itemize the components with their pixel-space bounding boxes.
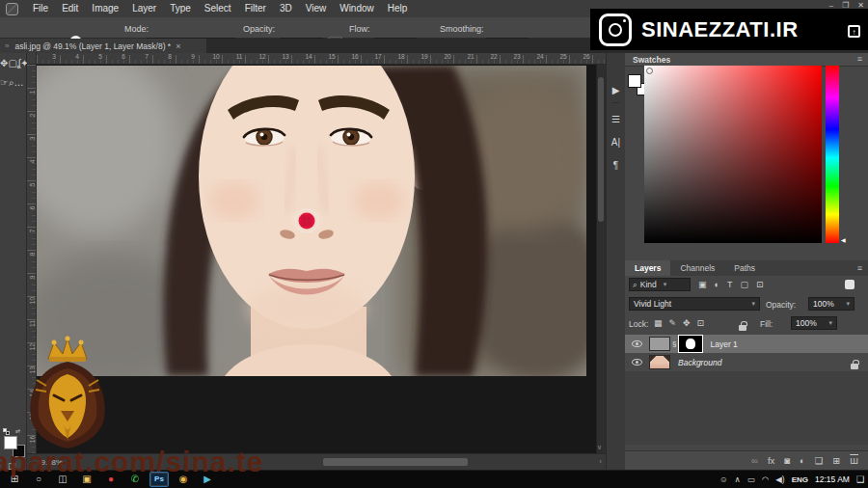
adjustment-layer-filter-icon[interactable]: ◐ xyxy=(715,279,719,291)
color-field-marker[interactable] xyxy=(646,68,653,74)
layer-style-icon[interactable]: fx xyxy=(768,455,774,466)
menu-select[interactable]: Select xyxy=(198,0,238,17)
instagram-icon xyxy=(599,14,632,46)
menu-filter[interactable]: Filter xyxy=(238,0,273,17)
tab-layers[interactable]: Layers xyxy=(625,260,670,276)
tab-close-icon[interactable]: × xyxy=(176,41,180,51)
layer-blend-mode-select[interactable]: Vivid Light ▾ xyxy=(629,297,760,311)
document-tab-title: asli.jpg @ 49.1% (Layer 1, Layer Mask/8)… xyxy=(14,41,171,51)
rectangular-marquee-tool[interactable]: ▢ xyxy=(8,58,16,68)
lock-image-pixels-icon[interactable]: ✎ xyxy=(669,317,677,330)
paragraph-panel-icon[interactable]: ¶ xyxy=(613,155,618,178)
scrollbar-down-chevron-icon[interactable]: ∨ xyxy=(597,444,602,451)
volume-icon[interactable]: ◀) xyxy=(775,474,784,484)
link-layers-icon[interactable]: ∞ xyxy=(751,455,758,466)
battery-icon[interactable]: ▭ xyxy=(747,474,755,484)
menu-file[interactable]: File xyxy=(26,0,55,17)
layer-row-background[interactable]: Background xyxy=(625,353,868,371)
pixel-layer-filter-icon[interactable]: ▣ xyxy=(698,279,707,291)
tab-channels[interactable]: Channels xyxy=(670,260,724,276)
smart-object-filter-icon[interactable]: ⊡ xyxy=(756,279,764,291)
layer-name[interactable]: Background xyxy=(678,358,721,367)
photo-canvas xyxy=(37,66,586,376)
tray-icons: ☺∧▭◠◀) xyxy=(719,474,785,484)
filter-toggle[interactable] xyxy=(845,280,854,289)
left-eye xyxy=(244,128,285,147)
menu-help[interactable]: Help xyxy=(381,0,415,17)
character-panel-icon[interactable]: A| xyxy=(611,132,620,155)
layers-panel: Layers Channels Paths ≡ ⌕ Kind ▾ ▣◐T▢⊡ V… xyxy=(625,260,868,470)
people-icon[interactable]: ☺ xyxy=(719,474,728,484)
h-ruler-number: 15 xyxy=(328,53,335,60)
visibility-eye-icon[interactable] xyxy=(632,359,642,366)
fill-select[interactable]: 100% ▾ xyxy=(791,316,837,330)
notification-center-icon[interactable]: ❑ xyxy=(856,474,864,484)
lock-all-icon[interactable] xyxy=(739,317,746,335)
document-tab[interactable]: » asli.jpg @ 49.1% (Layer 1, Layer Mask/… xyxy=(0,39,206,53)
add-layer-mask-icon[interactable]: ◙ xyxy=(784,455,790,466)
v-ruler-number: 1 xyxy=(29,88,36,97)
new-adjustment-layer-icon[interactable]: ◐ xyxy=(800,455,805,466)
share-icon: ↑ xyxy=(848,25,860,38)
picker-foreground-swatch[interactable] xyxy=(628,74,641,88)
menu-window[interactable]: Window xyxy=(333,0,381,17)
layer-thumbnail[interactable] xyxy=(649,337,670,351)
type-layer-filter-icon[interactable]: T xyxy=(727,279,733,291)
layer-thumbnail[interactable] xyxy=(649,355,670,369)
edit-toolbar[interactable]: … xyxy=(14,77,24,88)
menu-edit[interactable]: Edit xyxy=(55,0,85,17)
layer-name[interactable]: Layer 1 xyxy=(710,339,737,349)
actions-panel-icon[interactable]: ▶ xyxy=(612,80,620,103)
hand-tool[interactable]: ☞ xyxy=(0,77,9,88)
h-ruler-number: 10 xyxy=(212,53,219,60)
layer-opacity-select[interactable]: 100% ▾ xyxy=(808,297,854,311)
wifi-icon[interactable]: ◠ xyxy=(762,474,769,484)
layer-row-layer-1[interactable]: § Layer 1 xyxy=(625,335,868,353)
default-colors-icon[interactable] xyxy=(6,431,10,435)
panel-menu-icon[interactable]: ≡ xyxy=(857,54,862,64)
v-ruler-number: 11 xyxy=(29,319,36,329)
v-ruler-number: 3 xyxy=(29,134,36,144)
background-lock-icon xyxy=(851,356,858,373)
swatches-panel-header[interactable]: Swatches ≡ xyxy=(625,53,868,67)
lock-artboard-icon[interactable]: ⊡ xyxy=(697,317,705,330)
brand-text: SINAEZZATI.IR xyxy=(641,17,799,42)
shape-layer-filter-icon[interactable]: ▢ xyxy=(740,279,748,291)
canvas-viewport[interactable] xyxy=(37,65,596,453)
horizontal-scrollbar-thumb[interactable] xyxy=(323,458,468,466)
photoshop-logo-icon[interactable] xyxy=(6,3,18,15)
lock-transparent-pixels-icon[interactable]: ▦ xyxy=(654,317,663,330)
scrollbar-right-chevron-icon[interactable]: › xyxy=(599,457,602,466)
lock-position-icon[interactable]: ✥ xyxy=(683,317,691,330)
filter-kind-select[interactable]: ⌕ Kind ▾ xyxy=(629,278,691,291)
h-ruler-number: 5 xyxy=(98,53,102,60)
h-ruler-number: 25 xyxy=(559,53,566,60)
panel-menu-icon[interactable]: ≡ xyxy=(857,263,862,273)
vertical-scrollbar-thumb[interactable] xyxy=(598,77,604,222)
hue-slider[interactable] xyxy=(826,66,839,243)
hidden-icons-chevron[interactable]: ∧ xyxy=(735,474,741,484)
painted-red-dot xyxy=(295,209,318,232)
filter-kind-value: Kind xyxy=(640,280,657,289)
new-group-icon[interactable]: ❏ xyxy=(815,455,824,466)
hue-slider-marker[interactable]: ◀ xyxy=(841,236,846,243)
clock[interactable]: 12:15 AM xyxy=(815,474,850,484)
layer-mask-thumbnail[interactable] xyxy=(679,336,702,352)
menu-3d[interactable]: 3D xyxy=(273,0,299,17)
tab-paths[interactable]: Paths xyxy=(724,260,765,276)
v-ruler-number: 7 xyxy=(29,227,36,236)
menu-view[interactable]: View xyxy=(299,0,334,17)
saturation-brightness-field[interactable] xyxy=(644,66,822,243)
instagram-dot xyxy=(623,19,627,23)
tab-overflow-icon[interactable]: » xyxy=(5,41,9,50)
delete-layer-icon[interactable]: Ш xyxy=(850,455,858,466)
adjustments-panel-icon[interactable]: ☰ xyxy=(611,109,620,132)
ruler-corner xyxy=(27,53,37,65)
menu-image[interactable]: Image xyxy=(85,0,125,17)
language-indicator[interactable]: ENG xyxy=(792,475,808,484)
visibility-eye-icon[interactable] xyxy=(632,340,642,347)
menu-layer[interactable]: Layer xyxy=(125,0,163,17)
new-layer-icon[interactable]: ⊞ xyxy=(832,455,840,466)
menu-type[interactable]: Type xyxy=(163,0,198,17)
layer-blend-mode-value: Vivid Light xyxy=(634,299,671,309)
